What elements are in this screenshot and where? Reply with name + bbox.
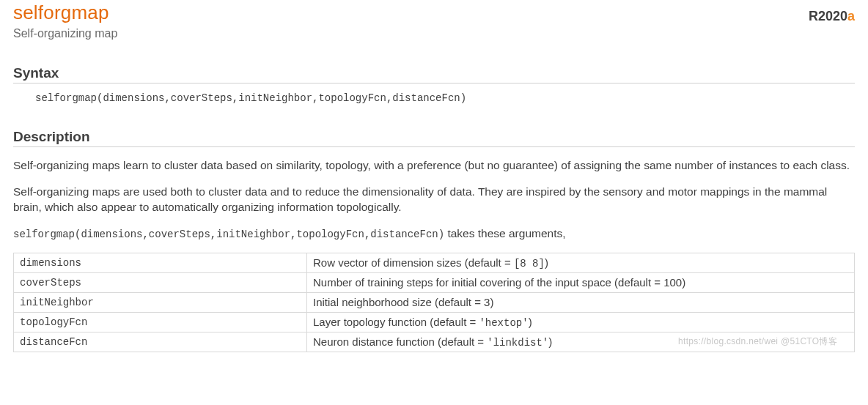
arg-desc: Row vector of dimension sizes (default =…: [307, 253, 855, 272]
description-call-line: selforgmap(dimensions,coverSteps,initNei…: [13, 226, 855, 242]
release-suffix: a: [847, 9, 855, 23]
table-row: initNeighbor Initial neighborhood size (…: [14, 292, 855, 312]
description-para-1: Self-organizing maps learn to cluster da…: [13, 157, 855, 174]
syntax-code: selforgmap(dimensions,coverSteps,initNei…: [13, 86, 855, 104]
release-year: 2020: [818, 9, 847, 23]
description-heading: Description: [13, 129, 855, 147]
arg-name: dimensions: [14, 253, 307, 272]
arg-desc: Layer topology function (default = 'hext…: [307, 312, 855, 332]
syntax-heading: Syntax: [13, 65, 855, 83]
release-badge: R2020a: [809, 9, 855, 24]
arg-desc: Initial neighborhood size (default = 3): [307, 292, 855, 312]
table-row: distanceFcn Neuron distance function (de…: [14, 332, 855, 352]
arg-desc: Number of training steps for initial cov…: [307, 272, 855, 292]
table-row: topologyFcn Layer topology function (def…: [14, 312, 855, 332]
arg-desc: Neuron distance function (default = 'lin…: [307, 332, 855, 352]
arg-name: coverSteps: [14, 272, 307, 292]
arguments-table: dimensions Row vector of dimension sizes…: [13, 253, 855, 352]
release-prefix: R: [809, 9, 818, 23]
page-subtitle: Self-organizing map: [13, 27, 855, 40]
table-row: dimensions Row vector of dimension sizes…: [14, 253, 855, 272]
arg-name: initNeighbor: [14, 292, 307, 312]
arg-name: topologyFcn: [14, 312, 307, 332]
description-call-tail: takes these arguments,: [444, 227, 565, 239]
arg-name: distanceFcn: [14, 332, 307, 352]
description-call-code: selforgmap(dimensions,coverSteps,initNei…: [13, 228, 444, 240]
page-title: selforgmap: [13, 1, 109, 24]
description-para-2: Self-organizing maps are used both to cl…: [13, 184, 855, 215]
table-row: coverSteps Number of training steps for …: [14, 272, 855, 292]
